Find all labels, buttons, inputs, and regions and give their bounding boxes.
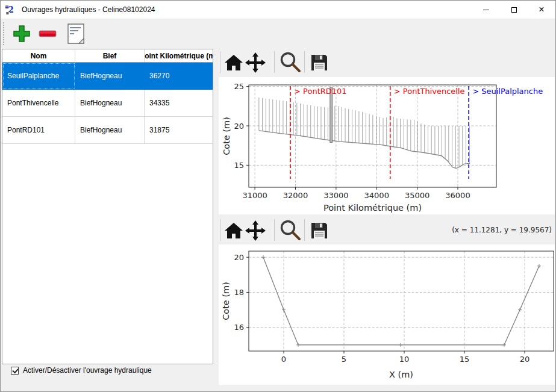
zoom-button[interactable] xyxy=(278,51,303,74)
separator xyxy=(304,51,305,73)
cell-bief[interactable]: BiefHogneau xyxy=(75,90,145,116)
cell-pk[interactable]: 31875 xyxy=(145,117,213,143)
zoom-button[interactable] xyxy=(278,219,303,242)
chart-toolbar-top xyxy=(216,48,555,76)
pan-button[interactable] xyxy=(244,219,267,242)
app-window: 2 Ouvrages hydrauliques - Celine08102024… xyxy=(0,0,556,392)
svg-text:> SeuilPalplanche: > SeuilPalplanche xyxy=(472,87,543,96)
structures-table: Nom Bief Point Kilométrique (m) SeuilPal… xyxy=(2,49,213,364)
svg-text:15: 15 xyxy=(460,355,470,364)
longitudinal-profile-chart[interactable]: > PontRD101> PontThivencelle> SeuilPalpl… xyxy=(219,77,555,214)
separator xyxy=(304,219,305,241)
cell-bief[interactable]: BiefHogneau xyxy=(75,63,145,89)
svg-text:18: 18 xyxy=(234,288,244,297)
table-row[interactable]: PontRD101 BiefHogneau 31875 xyxy=(2,117,213,144)
svg-text:Point Kilométrique (m): Point Kilométrique (m) xyxy=(323,203,422,213)
pan-button[interactable] xyxy=(244,51,267,74)
save-icon xyxy=(310,54,328,72)
minus-icon xyxy=(38,24,57,43)
svg-text:> PontRD101: > PontRD101 xyxy=(294,87,347,96)
main-toolbar xyxy=(1,20,555,48)
activate-structure-checkbox[interactable] xyxy=(11,367,19,375)
cell-nom[interactable]: SeuilPalplanche xyxy=(2,63,75,89)
pan-icon xyxy=(245,220,266,241)
edit-button[interactable] xyxy=(64,22,87,45)
svg-text:20: 20 xyxy=(234,122,244,131)
checkbox-label: Activer/Désactiver l'ouvrage hydraulique xyxy=(23,366,152,375)
add-button[interactable] xyxy=(10,22,33,45)
close-icon: × xyxy=(539,5,544,14)
activate-structure-checkbox-row: Activer/Désactiver l'ouvrage hydraulique xyxy=(11,366,152,375)
titlebar: 2 Ouvrages hydrauliques - Celine08102024… xyxy=(1,1,555,19)
minimize-icon xyxy=(483,10,489,10)
svg-text:36000: 36000 xyxy=(445,191,470,200)
svg-text:25: 25 xyxy=(234,82,244,91)
column-header-bief: Bief xyxy=(75,49,145,62)
cell-bief[interactable]: BiefHogneau xyxy=(75,117,145,143)
svg-text:33000: 33000 xyxy=(323,191,348,200)
cross-section-svg[interactable]: 05101520161820X (m)Cote (m) xyxy=(219,244,555,385)
cross-section-chart[interactable]: 05101520161820X (m)Cote (m) xyxy=(219,244,555,385)
svg-text:34000: 34000 xyxy=(364,191,389,200)
svg-text:31000: 31000 xyxy=(242,191,267,200)
separator xyxy=(274,51,275,73)
svg-text:15: 15 xyxy=(234,161,244,170)
home-icon xyxy=(224,54,243,71)
column-header-nom: Nom xyxy=(2,49,75,62)
close-button[interactable]: × xyxy=(528,1,555,19)
separator xyxy=(220,51,220,73)
table-row[interactable]: PontThivencelle BiefHogneau 34335 xyxy=(2,90,213,117)
svg-text:16: 16 xyxy=(234,323,244,332)
svg-text:32000: 32000 xyxy=(283,191,308,200)
cell-nom[interactable]: PontRD101 xyxy=(2,117,75,143)
chart-toolbar-bottom: (x = 11.1281, y = 19.9567) xyxy=(216,216,555,244)
zoom-icon xyxy=(279,219,302,242)
svg-text:5: 5 xyxy=(342,355,346,364)
maximize-button[interactable] xyxy=(500,1,528,19)
app-icon: 2 xyxy=(5,4,16,15)
minimize-button[interactable] xyxy=(472,1,500,19)
window-title: Ouvrages hydrauliques - Celine08102024 xyxy=(22,5,155,14)
remove-button[interactable] xyxy=(36,22,59,45)
table-header: Nom Bief Point Kilométrique (m) xyxy=(2,49,213,63)
svg-text:X (m): X (m) xyxy=(389,370,413,379)
pan-icon xyxy=(245,52,266,73)
svg-text:20: 20 xyxy=(520,355,530,364)
toolbar-grip[interactable] xyxy=(3,22,5,45)
svg-text:35000: 35000 xyxy=(405,191,429,200)
column-header-pk: Point Kilométrique (m) xyxy=(145,49,213,62)
svg-text:20: 20 xyxy=(234,253,244,262)
svg-text:0: 0 xyxy=(281,355,286,364)
svg-text:Cote (m): Cote (m) xyxy=(221,282,231,320)
home-button[interactable] xyxy=(222,51,245,74)
longitudinal-profile-svg[interactable]: > PontRD101> PontThivencelle> SeuilPalpl… xyxy=(219,77,555,214)
svg-text:Cote (m): Cote (m) xyxy=(222,117,231,155)
separator xyxy=(220,219,220,241)
separator xyxy=(274,219,275,241)
plus-icon xyxy=(12,24,31,43)
maximize-icon xyxy=(511,7,517,13)
svg-text:> PontThivencelle: > PontThivencelle xyxy=(394,87,465,96)
cursor-coordinates-readout: (x = 11.1281, y = 19.9567) xyxy=(452,216,552,244)
home-button[interactable] xyxy=(222,219,245,242)
zoom-icon xyxy=(279,51,302,74)
cell-nom[interactable]: PontThivencelle xyxy=(2,90,75,116)
save-button[interactable] xyxy=(308,51,331,74)
cell-pk[interactable]: 34335 xyxy=(145,90,213,116)
cell-pk[interactable]: 36270 xyxy=(145,63,213,89)
document-icon xyxy=(66,23,86,45)
home-icon xyxy=(224,222,243,239)
save-button[interactable] xyxy=(308,219,331,242)
table-row[interactable]: SeuilPalplanche BiefHogneau 36270 xyxy=(2,63,213,90)
svg-text:10: 10 xyxy=(399,355,410,364)
save-icon xyxy=(310,222,328,240)
